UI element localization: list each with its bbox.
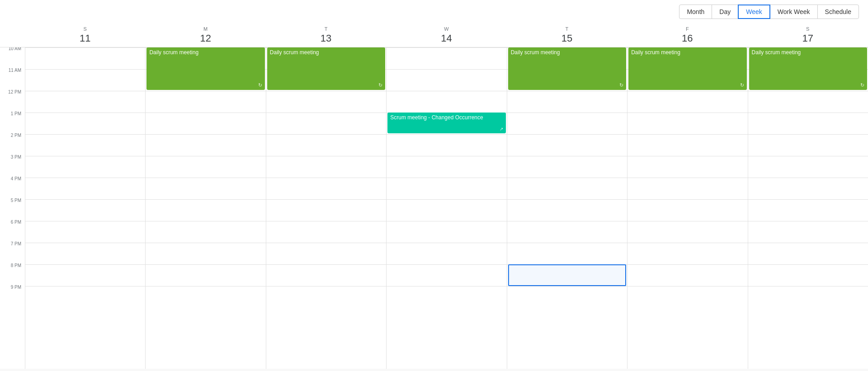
hour-cell-1-4[interactable] — [146, 134, 265, 156]
hour-cell-0-1[interactable] — [25, 69, 145, 91]
hour-cell-3-4[interactable] — [387, 134, 506, 156]
hour-cell-0-8[interactable] — [25, 221, 145, 243]
event-title-scrum-changed: Scrum meeting - Changed Occurrence — [390, 114, 503, 121]
hour-cell-2-6[interactable] — [266, 178, 386, 199]
hour-cell-6-11[interactable] — [748, 286, 868, 308]
hour-cell-3-8[interactable] — [387, 221, 506, 243]
hour-cell-4-4[interactable] — [507, 134, 627, 156]
hour-cell-5-10[interactable] — [627, 264, 747, 286]
hour-cell-3-6[interactable] — [387, 178, 506, 199]
hour-cell-4-9[interactable] — [507, 243, 627, 264]
time-column: 10 AM11 AM12 PM1 PM2 PM3 PM4 PM5 PM6 PM7… — [0, 47, 25, 369]
hour-cell-3-9[interactable] — [387, 243, 506, 264]
day-col-4[interactable]: Daily scrum meeting↻ — [507, 47, 627, 369]
hour-cell-5-5[interactable] — [627, 156, 747, 178]
hour-cell-4-11[interactable] — [507, 286, 627, 308]
header-spacer — [0, 23, 25, 47]
hour-cell-6-6[interactable] — [748, 178, 868, 199]
hour-cell-6-9[interactable] — [748, 243, 868, 264]
hour-cell-0-7[interactable] — [25, 199, 145, 221]
hour-cell-1-10[interactable] — [146, 264, 265, 286]
time-label-0: 10 AM — [0, 47, 25, 66]
event-scrum-sat[interactable]: Daily scrum meeting↻ — [749, 47, 867, 90]
hour-cell-1-7[interactable] — [146, 199, 265, 221]
hour-cell-0-10[interactable] — [25, 264, 145, 286]
hour-cell-0-5[interactable] — [25, 156, 145, 178]
hour-cell-3-7[interactable] — [387, 199, 506, 221]
hour-cell-2-9[interactable] — [266, 243, 386, 264]
hour-cell-4-6[interactable] — [507, 178, 627, 199]
hour-cell-3-2[interactable] — [387, 91, 506, 113]
hour-cell-6-7[interactable] — [748, 199, 868, 221]
hour-cell-4-3[interactable] — [507, 113, 627, 134]
hour-cell-5-2[interactable] — [627, 91, 747, 113]
hour-cell-1-9[interactable] — [146, 243, 265, 264]
day-col-2[interactable]: Daily scrum meeting↻ — [266, 47, 386, 369]
hour-cell-2-5[interactable] — [266, 156, 386, 178]
day-col-1[interactable]: Daily scrum meeting↻ — [145, 47, 265, 369]
hour-cell-6-2[interactable] — [748, 91, 868, 113]
hour-cell-5-4[interactable] — [627, 134, 747, 156]
hour-cell-4-7[interactable] — [507, 199, 627, 221]
day-headers: S11M12T13W14T15F16S17 — [0, 23, 868, 47]
event-scrum-mon[interactable]: Daily scrum meeting↻ — [146, 47, 264, 90]
hour-cell-1-3[interactable] — [146, 113, 265, 134]
hour-cell-1-6[interactable] — [146, 178, 265, 199]
hour-cell-5-8[interactable] — [627, 221, 747, 243]
hour-cell-5-11[interactable] — [627, 286, 747, 308]
hour-cell-5-3[interactable] — [627, 113, 747, 134]
time-label-4: 2 PM — [0, 131, 25, 153]
event-scrum-tue[interactable]: Daily scrum meeting↻ — [267, 47, 385, 90]
hour-cell-4-10[interactable] — [507, 264, 627, 286]
hour-cell-0-0[interactable] — [25, 47, 145, 69]
hour-cell-1-5[interactable] — [146, 156, 265, 178]
hour-cell-4-8[interactable] — [507, 221, 627, 243]
hour-cell-0-2[interactable] — [25, 91, 145, 113]
hour-cell-3-5[interactable] — [387, 156, 506, 178]
hour-cell-0-11[interactable] — [25, 286, 145, 308]
hour-cell-0-6[interactable] — [25, 178, 145, 199]
hour-cell-2-3[interactable] — [266, 113, 386, 134]
hour-cell-4-2[interactable] — [507, 91, 627, 113]
hour-cell-6-8[interactable] — [748, 221, 868, 243]
event-title-scrum-fri: Daily scrum meeting — [631, 49, 744, 56]
hour-cell-3-0[interactable] — [387, 47, 506, 69]
day-col-6[interactable]: Daily scrum meeting↻ — [748, 47, 868, 369]
hour-cell-0-9[interactable] — [25, 243, 145, 264]
event-scrum-fri[interactable]: Daily scrum meeting↻ — [628, 47, 746, 90]
hour-cell-2-10[interactable] — [266, 264, 386, 286]
hour-cell-3-11[interactable] — [387, 286, 506, 308]
hour-cell-2-7[interactable] — [266, 199, 386, 221]
event-title-scrum-thu: Daily scrum meeting — [511, 49, 623, 56]
day-col-0[interactable] — [25, 47, 145, 369]
hour-cell-2-2[interactable] — [266, 91, 386, 113]
hour-cell-1-11[interactable] — [146, 286, 265, 308]
hour-cell-6-10[interactable] — [748, 264, 868, 286]
hour-cell-1-2[interactable] — [146, 91, 265, 113]
hour-cell-6-4[interactable] — [748, 134, 868, 156]
hour-cell-3-1[interactable] — [387, 69, 506, 91]
view-btn-work-week[interactable]: Work Week — [770, 5, 818, 19]
hour-cell-6-5[interactable] — [748, 156, 868, 178]
hour-cell-5-7[interactable] — [627, 199, 747, 221]
day-header-3: W14 — [386, 23, 506, 47]
hour-cell-5-9[interactable] — [627, 243, 747, 264]
hour-cell-2-11[interactable] — [266, 286, 386, 308]
hour-cell-0-3[interactable] — [25, 113, 145, 134]
hour-cell-1-8[interactable] — [146, 221, 265, 243]
hour-cell-2-4[interactable] — [266, 134, 386, 156]
event-scrum-thu[interactable]: Daily scrum meeting↻ — [508, 47, 626, 90]
hour-cell-6-3[interactable] — [748, 113, 868, 134]
hour-cell-5-6[interactable] — [627, 178, 747, 199]
hour-cell-3-10[interactable] — [387, 264, 506, 286]
hour-cell-0-4[interactable] — [25, 134, 145, 156]
view-btn-month[interactable]: Month — [679, 5, 712, 19]
day-col-3[interactable]: Scrum meeting - Changed Occurrence↗ — [386, 47, 506, 369]
view-btn-schedule[interactable]: Schedule — [817, 5, 859, 19]
hour-cell-2-8[interactable] — [266, 221, 386, 243]
day-col-5[interactable]: Daily scrum meeting↻ — [627, 47, 747, 369]
hour-cell-4-5[interactable] — [507, 156, 627, 178]
view-btn-week[interactable]: Week — [738, 5, 770, 19]
view-btn-day[interactable]: Day — [712, 5, 738, 19]
event-scrum-changed[interactable]: Scrum meeting - Changed Occurrence↗ — [387, 113, 505, 133]
